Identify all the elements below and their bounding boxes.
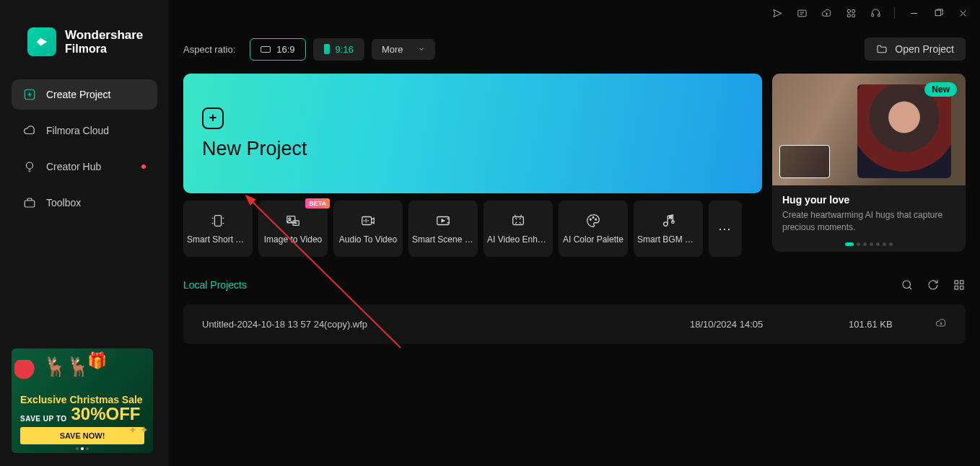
ratio-16-9-button[interactable]: 16:9 (250, 38, 305, 61)
create-icon (23, 88, 36, 101)
svg-point-21 (664, 222, 668, 227)
titlebar (169, 0, 980, 26)
audio-video-icon (359, 213, 377, 229)
svg-point-1 (27, 162, 33, 169)
more-label: More (382, 44, 403, 55)
sidebar-item-creator-hub[interactable]: Creator Hub (12, 151, 157, 182)
sidebar-item-label: Toolbox (46, 197, 81, 208)
svg-rect-3 (797, 10, 805, 17)
promo-banner[interactable]: 🦌🦌🎁 Exclusive Christmas Sale SAVE UP TO … (12, 348, 153, 453)
tool-audio-to-video[interactable]: Audio To Video (333, 201, 403, 257)
tools-row: Smart Short Cli... BETA Image to Video A… (183, 201, 762, 257)
promo-pager-dots (76, 447, 89, 450)
palette-icon (584, 213, 603, 229)
feature-image: New (772, 74, 966, 185)
project-row[interactable]: Untitled-2024-10-18 13 57 24(copy).wfp 1… (183, 304, 966, 344)
tool-ai-color-palette[interactable]: AI Color Palette (559, 201, 628, 257)
tool-label: AI Color Palette (563, 234, 624, 245)
close-icon[interactable] (957, 7, 968, 19)
local-projects-header: Local Projects (169, 257, 980, 299)
message-icon[interactable] (796, 7, 808, 19)
beta-badge: BETA (305, 198, 330, 208)
send-icon[interactable] (771, 7, 783, 19)
promo-art: 🦌🦌🎁 (14, 351, 150, 387)
sidebar-item-create-project[interactable]: Create Project (12, 79, 157, 110)
bulb-icon (23, 160, 36, 173)
sidebar-item-filmora-cloud[interactable]: Filmora Cloud (12, 115, 157, 146)
svg-rect-4 (847, 9, 850, 12)
feature-card[interactable]: New Hug your love Create heartwarming AI… (772, 74, 966, 252)
svg-rect-11 (214, 216, 221, 227)
sidebar-item-toolbox[interactable]: Toolbox (12, 188, 157, 218)
tool-label: Audio To Video (339, 234, 397, 245)
svg-rect-26 (961, 281, 964, 284)
sidebar-nav: Create Project Filmora Cloud Creator Hub… (0, 79, 169, 218)
maximize-icon[interactable] (932, 7, 944, 19)
support-icon[interactable] (870, 7, 881, 19)
notification-dot-icon (141, 164, 146, 169)
app-logo[interactable]: Wondershare Filmora (0, 6, 169, 79)
cloud-upload-icon[interactable] (821, 7, 832, 19)
logo-mark (27, 27, 56, 56)
new-project-label: New Project (202, 138, 743, 160)
tool-label: Image to Video (264, 234, 323, 245)
grid-view-icon[interactable] (953, 278, 966, 291)
svg-rect-28 (961, 286, 964, 290)
scene-cut-icon (434, 213, 452, 229)
logo-text: Wondershare Filmora (65, 29, 143, 55)
plus-square-icon: + (202, 107, 224, 129)
svg-point-20 (595, 219, 597, 220)
image-video-icon (284, 213, 302, 229)
open-project-label: Open Project (895, 43, 954, 55)
ratio-9-16-button[interactable]: 9:16 (313, 38, 364, 61)
titlebar-separator (894, 7, 895, 19)
minimize-icon[interactable] (908, 7, 919, 19)
aspect-ratio-label: Aspect ratio: (183, 44, 235, 55)
feature-title: Hug your love (782, 194, 955, 206)
search-icon[interactable] (901, 278, 914, 291)
ratio-label: 9:16 (336, 44, 354, 55)
svg-rect-5 (852, 9, 854, 12)
svg-rect-2 (25, 201, 35, 207)
svg-rect-7 (852, 14, 854, 17)
sidebar-item-label: Creator Hub (46, 161, 101, 172)
feature-desc: Create heartwarming AI hugs that capture… (782, 209, 955, 232)
clip-icon (209, 213, 227, 229)
bgm-icon: AI (659, 213, 678, 229)
open-project-button[interactable]: Open Project (865, 38, 966, 61)
svg-rect-25 (955, 281, 958, 284)
enhance-icon (509, 213, 528, 229)
promo-save-line: SAVE UP TO (20, 415, 66, 423)
svg-text:AI: AI (669, 216, 672, 219)
feature-pager-dots[interactable] (772, 242, 966, 252)
svg-rect-27 (955, 286, 958, 290)
refresh-icon[interactable] (927, 278, 940, 291)
svg-rect-6 (847, 14, 850, 17)
svg-rect-9 (878, 14, 880, 17)
project-size: 101.61 KB (849, 319, 935, 330)
new-project-card[interactable]: + New Project (183, 74, 762, 193)
tool-smart-scene-cut[interactable]: Smart Scene Cut (408, 201, 478, 257)
tool-smart-short-clip[interactable]: Smart Short Cli... (183, 201, 253, 257)
svg-point-24 (903, 281, 911, 289)
cloud-sync-icon[interactable] (935, 317, 947, 331)
tools-more-button[interactable]: ⋯ (709, 201, 742, 257)
tool-smart-bgm[interactable]: AI Smart BGM Ge... (634, 201, 703, 257)
cloud-icon (23, 124, 36, 137)
tool-ai-video-enhance[interactable]: AI Video Enhan... (484, 201, 553, 257)
svg-rect-15 (362, 217, 372, 225)
apps-icon[interactable] (845, 7, 857, 19)
promo-cta-button[interactable]: SAVE NOW! (20, 427, 144, 444)
toolbox-icon (23, 196, 36, 209)
promo-percent: 30%OFF (71, 405, 140, 423)
logo-line1: Wondershare (65, 29, 143, 43)
folder-icon (876, 43, 888, 55)
local-projects-list: Untitled-2024-10-18 13 57 24(copy).wfp 1… (169, 299, 980, 350)
local-projects-title: Local Projects (183, 279, 247, 291)
tool-label: Smart Scene Cut (412, 234, 474, 245)
ratio-label: 16:9 (276, 44, 294, 55)
ratio-more-button[interactable]: More (372, 39, 435, 60)
tool-image-to-video[interactable]: BETA Image to Video (258, 201, 328, 257)
project-date: 18/10/2024 14:05 (690, 319, 849, 330)
landscape-icon (261, 46, 271, 53)
